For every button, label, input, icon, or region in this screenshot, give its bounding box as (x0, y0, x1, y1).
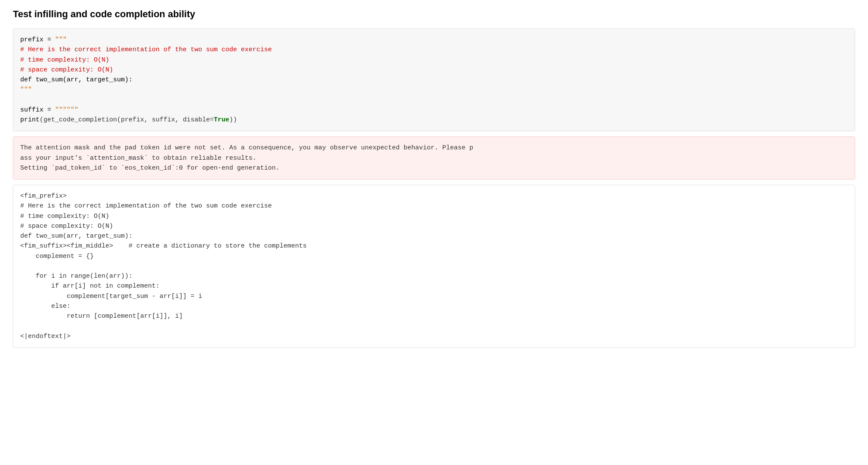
print-builtin: print (20, 116, 40, 124)
comment-line2: # time complexity: O(N) (20, 56, 109, 64)
var-prefix: prefix (20, 36, 43, 43)
out-comment2: # time complexity: O(N) (20, 213, 109, 220)
page-title: Test infilling and code completion abili… (13, 9, 855, 20)
string-triple: """ (55, 36, 67, 43)
var-suffix: suffix (20, 106, 43, 114)
out-return: return [complement[arr[i]], i] (20, 313, 183, 320)
out-def: def two_sum(arr, target_sum): (20, 232, 132, 240)
comment-line1: # Here is the correct implementation of … (20, 46, 272, 53)
closing-triple: """ (20, 86, 32, 93)
out-complement-set: complement[target_sum - arr[i]] = i (20, 293, 202, 300)
comment-line3: # space complexity: O(N) (20, 66, 113, 74)
out-for-loop: for i in range(len(arr)): (20, 273, 132, 280)
true-keyword: True (214, 116, 229, 124)
warning-block: The attention mask and the pad token id … (13, 136, 855, 180)
string-empty-triple: """""" (55, 106, 78, 114)
out-complement-assign: complement = {} (20, 253, 94, 260)
out-if-stmt: if arr[i] not in complement: (20, 282, 160, 290)
code-input-block: prefix = """ # Here is the correct imple… (13, 28, 855, 131)
endoftext-tag: <|endoftext|> (20, 333, 71, 340)
fim-suffix-middle-tag: <fim_suffix><fim_middle> # create a dict… (20, 242, 307, 250)
out-comment3: # space complexity: O(N) (20, 223, 113, 230)
out-comment1: # Here is the correct implementation of … (20, 202, 272, 210)
def-keyword: def (20, 76, 32, 84)
fim-prefix-tag: <fim_prefix> (20, 192, 67, 200)
output-block: <fim_prefix> # Here is the correct imple… (13, 185, 855, 348)
out-else: else: (20, 303, 71, 310)
